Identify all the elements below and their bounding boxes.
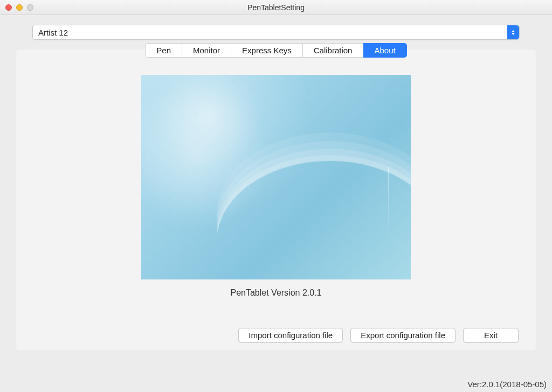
device-selector-row: Artist 12 — [0, 15, 552, 40]
bottom-button-row: Import configuration file Export configu… — [33, 328, 519, 342]
export-config-button[interactable]: Export configuration file — [350, 328, 456, 342]
tab-pen[interactable]: Pen — [145, 43, 182, 58]
tab-calibration[interactable]: Calibration — [303, 43, 364, 58]
tab-express-keys[interactable]: Express Keys — [231, 43, 303, 58]
footer-version: Ver:2.0.1(2018-05-05) — [467, 380, 547, 389]
tab-bar: Pen Monitor Express Keys Calibration Abo… — [16, 43, 536, 58]
dropdown-knob[interactable] — [507, 25, 519, 39]
about-image — [141, 75, 411, 279]
tab-about[interactable]: About — [363, 43, 406, 58]
device-dropdown[interactable]: Artist 12 — [32, 25, 520, 40]
content-panel: Pen Monitor Express Keys Calibration Abo… — [16, 50, 536, 350]
device-dropdown-value: Artist 12 — [33, 28, 507, 37]
window-title: PenTabletSetting — [0, 3, 552, 12]
chevron-down-icon — [512, 33, 515, 35]
tab-monitor[interactable]: Monitor — [182, 43, 231, 58]
import-config-button[interactable]: Import configuration file — [238, 328, 343, 342]
chevron-up-icon — [512, 30, 515, 32]
exit-button[interactable]: Exit — [463, 328, 519, 342]
titlebar: PenTabletSetting — [0, 0, 552, 15]
version-label: PenTablet Version 2.0.1 — [16, 288, 536, 298]
